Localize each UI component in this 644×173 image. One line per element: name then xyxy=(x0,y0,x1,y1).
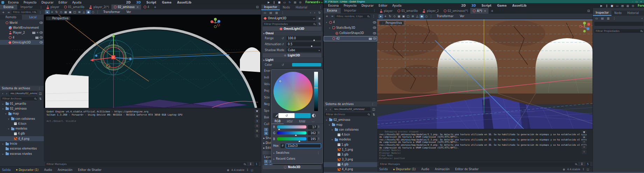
message-count-0[interactable]: 0 xyxy=(255,129,259,133)
lock-icon[interactable]: ▣ xyxy=(68,10,72,14)
pin-icon[interactable]: ↧ xyxy=(580,162,584,166)
local-tab[interactable]: Local xyxy=(22,15,44,20)
list-select-icon[interactable]: ▦ xyxy=(63,10,68,14)
channel-g-value[interactable]: 162 xyxy=(308,131,317,135)
tree-arrow-icon[interactable]: ▾ xyxy=(326,119,328,121)
scene-tab-02-ominoso[interactable]: 02_ominoso(*) xyxy=(441,8,470,14)
file-escenas-niveles[interactable]: ▸escenas niveles xyxy=(0,151,44,156)
file-filter-input[interactable]: Filtrar Archivos xyxy=(1,97,37,101)
property-filter-input[interactable]: Filtrar Propiedades xyxy=(263,22,317,26)
message-filter-input[interactable]: Filtrar Mensajes xyxy=(45,162,247,166)
section-light3d[interactable]: ◎ Light3D xyxy=(263,53,321,57)
filter-warnings-icon[interactable]: ! xyxy=(582,150,587,154)
scene-node-omnilight3d[interactable]: OmniLight3D xyxy=(0,40,44,45)
navigation-gizmo[interactable] xyxy=(209,17,221,29)
scene-tab-4[interactable]: 4(*)× xyxy=(470,8,489,14)
unlock-icon[interactable]: □ xyxy=(406,14,410,19)
sun-icon[interactable]: ○ xyxy=(424,14,429,19)
load-resource-icon[interactable]: ▤ xyxy=(268,11,274,14)
stop-icon[interactable]: ■ xyxy=(277,1,282,4)
clipped-group-edit[interactable]: ▸ Edit xyxy=(263,146,271,150)
menu-depurar[interactable]: Depurar xyxy=(359,4,376,7)
filesystem-menu-icon[interactable]: ⋮ xyxy=(36,87,42,90)
revert-icon[interactable]: ↺ xyxy=(282,43,284,46)
prop-shadowmode-dropdown[interactable]: Cube ▾ xyxy=(286,48,321,52)
color-wheel[interactable] xyxy=(273,72,313,111)
file-1-1-png[interactable]: 1_1.png xyxy=(324,147,377,152)
file-escenas-elementos[interactable]: escenas elementos xyxy=(0,146,44,151)
filesystem-menu-icon[interactable]: ⋮ xyxy=(370,103,375,106)
edited-node-selector[interactable]: OmniLight3D ▾ xyxy=(263,16,316,21)
tree-arrow-icon[interactable]: ▸ xyxy=(2,143,5,145)
color-value-swatch[interactable] xyxy=(292,63,321,67)
inspector-tabs-menu-icon[interactable]: ⋮ xyxy=(642,12,644,15)
spinner-arrows[interactable]: ▴▾ xyxy=(318,131,319,134)
clipped-group-dist[interactable]: ▸ Dist xyxy=(263,141,271,145)
value-slider-handle[interactable] xyxy=(314,88,318,88)
sort-icon[interactable]: ⇅ xyxy=(38,97,43,101)
split-view-icon[interactable]: ◫ xyxy=(38,92,43,95)
workspace-script[interactable]: Script xyxy=(479,4,494,7)
distraction-free-icon[interactable]: ⊡ xyxy=(256,5,259,9)
menu-editor[interactable]: Editor xyxy=(56,1,70,4)
scene-tab-01-amarillo[interactable]: 01_amarillo xyxy=(62,5,87,9)
file-4-4-png[interactable]: 4_4.png xyxy=(0,136,44,141)
tree-arrow-icon[interactable]: ▾ xyxy=(2,108,5,110)
save-resource-icon[interactable]: ▥ xyxy=(274,11,279,14)
workspace-game[interactable]: Game xyxy=(494,4,509,7)
prop-attenuation-field[interactable]: 0.5 xyxy=(286,42,321,46)
play-icon[interactable]: ▶ xyxy=(266,1,271,4)
new-tab-button[interactable]: + xyxy=(489,9,496,13)
file-4-glb[interactable]: 4.glb xyxy=(0,131,44,136)
file-4-tscn[interactable]: 4.tscn xyxy=(324,132,377,137)
select-icon[interactable]: ▸ xyxy=(379,14,383,19)
renderer-dropdown[interactable]: Forward+ xyxy=(638,3,644,8)
select-icon[interactable]: ▸ xyxy=(45,10,50,14)
menu-ayuda[interactable]: Ayuda xyxy=(70,1,84,4)
snap-icon[interactable]: ◉ xyxy=(420,14,424,19)
log-list-icon[interactable]: ≡ xyxy=(582,135,587,139)
scroll-bottom-icon[interactable]: ▼ xyxy=(255,109,259,113)
nav-back-icon[interactable]: ‹ xyxy=(325,108,328,111)
resource-menu-icon[interactable]: ⋮ xyxy=(280,11,285,14)
picker-tab-hsv[interactable]: HSV xyxy=(284,119,296,124)
renderer-dropdown[interactable]: Forward+ ▾ xyxy=(305,0,323,5)
log-list-icon[interactable]: ≡ xyxy=(255,114,259,118)
scale-icon[interactable]: ◇ xyxy=(59,10,63,14)
mask-cell[interactable]: 1 xyxy=(264,128,268,131)
history-icon[interactable]: ↻ xyxy=(317,11,322,14)
scene-node-worldenvironment[interactable]: WorldEnvironment xyxy=(0,25,44,30)
tab-importar[interactable]: Importar xyxy=(341,8,360,13)
new-color-swatch[interactable] xyxy=(295,113,311,118)
scene-node-4[interactable]: ▾4 xyxy=(324,20,377,25)
add-node-icon[interactable]: + xyxy=(325,14,329,18)
notifications-icon[interactable]: ● xyxy=(227,168,229,172)
inspector-tab-inspector[interactable]: Inspector xyxy=(261,5,280,10)
menu-escena[interactable]: Escena xyxy=(6,1,21,4)
rotate-icon[interactable]: ↻ xyxy=(388,14,392,19)
prop-range-field[interactable]: 100.0 xyxy=(286,36,321,40)
tree-arrow-icon[interactable]: ▾ xyxy=(8,118,10,120)
stop-icon[interactable]: ■ xyxy=(609,4,615,7)
statusbar-salida[interactable]: Salida xyxy=(379,168,388,171)
notifications-icon[interactable]: ● xyxy=(563,168,565,171)
statusbar-editor-de-shader[interactable]: Editor de Shader xyxy=(78,168,102,172)
visibility-eye-icon[interactable] xyxy=(373,27,376,29)
scene-dock-menu-icon[interactable]: ⋮ xyxy=(371,14,376,18)
revert-icon[interactable]: ↺ xyxy=(282,63,284,67)
statusbar-animaci-n[interactable]: Animación xyxy=(435,168,450,171)
perspective-menu[interactable]: ⋮ Perspectiva xyxy=(379,21,404,25)
menu-editor[interactable]: Editor xyxy=(376,4,390,7)
expand-bottom-panel-icon[interactable]: ◫ xyxy=(587,168,589,171)
file-filter-input[interactable]: Filtrar Archivos xyxy=(325,112,371,116)
save-resource-icon[interactable]: ▥ xyxy=(605,17,611,20)
visibility-eye-icon[interactable] xyxy=(373,32,376,34)
minimize-button[interactable]: – xyxy=(632,0,633,3)
dots-icon[interactable]: ⋮ xyxy=(429,14,433,19)
camera-icon[interactable] xyxy=(35,36,39,39)
list-select-icon[interactable]: ▦ xyxy=(397,14,401,19)
navigation-gizmo[interactable] xyxy=(578,21,591,33)
inspector-tab-historial[interactable]: Historial xyxy=(624,11,642,16)
section-node3d[interactable]: ◯ Node3D xyxy=(263,165,321,169)
message-count-1[interactable]: 1 xyxy=(255,134,259,138)
